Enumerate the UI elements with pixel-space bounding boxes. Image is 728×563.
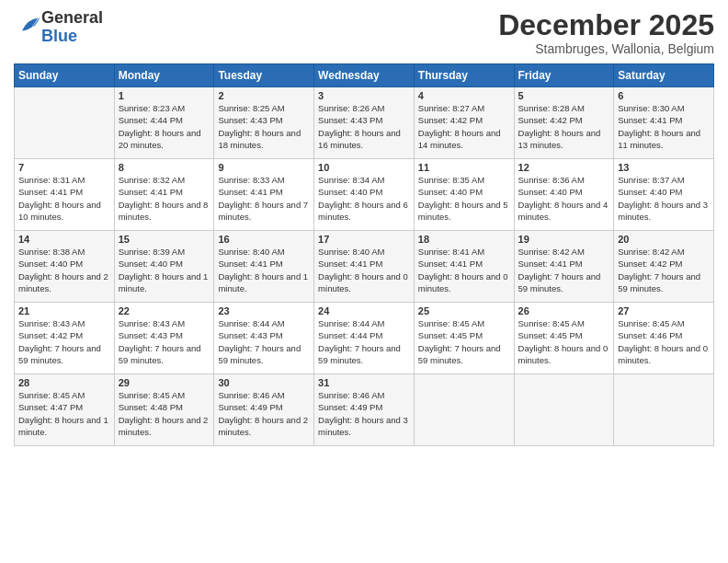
daylight: Daylight: 8 hours and 4 minutes. xyxy=(518,200,609,222)
week-row-1: 7Sunrise: 8:31 AMSunset: 4:41 PMDaylight… xyxy=(15,159,714,231)
day-info: Sunrise: 8:46 AMSunset: 4:49 PMDaylight:… xyxy=(218,389,310,438)
day-number: 24 xyxy=(318,305,410,316)
day-number: 21 xyxy=(18,305,110,316)
day-info: Sunrise: 8:43 AMSunset: 4:42 PMDaylight:… xyxy=(18,317,110,366)
day-number: 28 xyxy=(18,377,110,388)
sunrise: Sunrise: 8:39 AM xyxy=(119,247,185,257)
day-number: 3 xyxy=(318,90,410,101)
sunrise: Sunrise: 8:31 AM xyxy=(18,175,85,185)
calendar-cell: 11Sunrise: 8:35 AMSunset: 4:40 PMDayligh… xyxy=(414,159,514,231)
day-info: Sunrise: 8:45 AMSunset: 4:45 PMDaylight:… xyxy=(518,317,610,366)
calendar-cell: 12Sunrise: 8:36 AMSunset: 4:40 PMDayligh… xyxy=(514,159,614,231)
sunset: Sunset: 4:44 PM xyxy=(119,115,183,125)
day-info: Sunrise: 8:45 AMSunset: 4:48 PMDaylight:… xyxy=(119,389,210,438)
day-info: Sunrise: 8:41 AMSunset: 4:41 PMDaylight:… xyxy=(418,246,510,294)
header-day-thursday: Thursday xyxy=(414,64,514,87)
sunrise: Sunrise: 8:38 AM xyxy=(18,247,85,257)
sunrise: Sunrise: 8:44 AM xyxy=(318,318,384,328)
sunset: Sunset: 4:41 PM xyxy=(518,259,583,269)
calendar-cell: 18Sunrise: 8:41 AMSunset: 4:41 PMDayligh… xyxy=(414,231,514,303)
calendar-cell: 3Sunrise: 8:26 AMSunset: 4:43 PMDaylight… xyxy=(314,87,415,159)
daylight: Daylight: 7 hours and 59 minutes. xyxy=(218,343,301,365)
week-row-4: 28Sunrise: 8:45 AMSunset: 4:47 PMDayligh… xyxy=(15,374,714,446)
daylight: Daylight: 8 hours and 7 minutes. xyxy=(218,200,308,222)
sunset: Sunset: 4:47 PM xyxy=(18,402,83,412)
logo-bird-icon xyxy=(16,13,41,39)
sunrise: Sunrise: 8:43 AM xyxy=(119,318,185,328)
day-number: 11 xyxy=(418,162,510,173)
sunset: Sunset: 4:42 PM xyxy=(18,330,83,340)
sunrise: Sunrise: 8:40 AM xyxy=(318,247,384,257)
day-number: 30 xyxy=(218,377,310,388)
daylight: Daylight: 8 hours and 8 minutes. xyxy=(119,200,209,222)
calendar-cell: 8Sunrise: 8:32 AMSunset: 4:41 PMDaylight… xyxy=(114,159,214,231)
daylight: Daylight: 8 hours and 10 minutes. xyxy=(18,200,101,222)
day-info: Sunrise: 8:26 AMSunset: 4:43 PMDaylight:… xyxy=(318,102,410,151)
header-day-monday: Monday xyxy=(114,64,214,87)
day-info: Sunrise: 8:42 AMSunset: 4:41 PMDaylight:… xyxy=(518,246,610,294)
sunset: Sunset: 4:43 PM xyxy=(218,115,282,125)
day-info: Sunrise: 8:25 AMSunset: 4:43 PMDaylight:… xyxy=(218,102,310,151)
header-row: SundayMondayTuesdayWednesdayThursdayFrid… xyxy=(15,64,714,87)
sunset: Sunset: 4:49 PM xyxy=(318,402,382,412)
day-number: 27 xyxy=(618,305,710,316)
day-info: Sunrise: 8:31 AMSunset: 4:41 PMDaylight:… xyxy=(18,174,110,223)
day-info: Sunrise: 8:27 AMSunset: 4:42 PMDaylight:… xyxy=(418,102,510,151)
calendar-cell: 28Sunrise: 8:45 AMSunset: 4:47 PMDayligh… xyxy=(15,374,115,446)
sunrise: Sunrise: 8:45 AM xyxy=(618,318,684,328)
day-info: Sunrise: 8:40 AMSunset: 4:41 PMDaylight:… xyxy=(318,246,410,294)
daylight: Daylight: 7 hours and 59 minutes. xyxy=(418,343,501,365)
sunset: Sunset: 4:45 PM xyxy=(518,330,583,340)
day-number: 20 xyxy=(618,234,710,245)
sunset: Sunset: 4:48 PM xyxy=(119,402,183,412)
day-info: Sunrise: 8:39 AMSunset: 4:40 PMDaylight:… xyxy=(119,246,210,294)
month-title: December 2025 xyxy=(498,9,714,41)
daylight: Daylight: 8 hours and 0 minutes. xyxy=(318,271,408,293)
daylight: Daylight: 8 hours and 18 minutes. xyxy=(218,128,301,150)
sunset: Sunset: 4:40 PM xyxy=(18,259,83,269)
calendar-cell: 22Sunrise: 8:43 AMSunset: 4:43 PMDayligh… xyxy=(114,303,214,374)
day-number: 14 xyxy=(18,234,110,245)
day-number: 31 xyxy=(318,377,410,388)
daylight: Daylight: 8 hours and 2 minutes. xyxy=(119,415,209,437)
header-day-tuesday: Tuesday xyxy=(214,64,314,87)
day-number: 1 xyxy=(119,90,210,101)
sunrise: Sunrise: 8:34 AM xyxy=(318,175,384,185)
day-number: 23 xyxy=(218,305,310,316)
logo: General Blue xyxy=(14,9,103,46)
sunrise: Sunrise: 8:28 AM xyxy=(518,103,585,113)
sunrise: Sunrise: 8:46 AM xyxy=(218,390,284,400)
day-number: 5 xyxy=(518,90,610,101)
sunset: Sunset: 4:40 PM xyxy=(119,259,183,269)
sunset: Sunset: 4:41 PM xyxy=(18,187,83,197)
sunrise: Sunrise: 8:45 AM xyxy=(418,318,484,328)
sunset: Sunset: 4:42 PM xyxy=(618,259,682,269)
week-row-0: 1Sunrise: 8:23 AMSunset: 4:44 PMDaylight… xyxy=(15,87,714,159)
page-container: General Blue December 2025 Stambruges, W… xyxy=(0,0,728,455)
sunrise: Sunrise: 8:46 AM xyxy=(318,390,384,400)
day-info: Sunrise: 8:44 AMSunset: 4:43 PMDaylight:… xyxy=(218,317,310,366)
header-day-wednesday: Wednesday xyxy=(314,64,415,87)
day-number: 7 xyxy=(18,162,110,173)
location: Stambruges, Wallonia, Belgium xyxy=(498,41,714,56)
day-info: Sunrise: 8:34 AMSunset: 4:40 PMDaylight:… xyxy=(318,174,410,223)
header-day-saturday: Saturday xyxy=(614,64,714,87)
sunset: Sunset: 4:44 PM xyxy=(318,330,382,340)
sunset: Sunset: 4:41 PM xyxy=(618,115,682,125)
calendar-cell: 31Sunrise: 8:46 AMSunset: 4:49 PMDayligh… xyxy=(314,374,415,446)
daylight: Daylight: 8 hours and 0 minutes. xyxy=(418,271,508,293)
day-number: 9 xyxy=(218,162,310,173)
daylight: Daylight: 8 hours and 1 minute. xyxy=(119,271,209,293)
day-info: Sunrise: 8:32 AMSunset: 4:41 PMDaylight:… xyxy=(119,174,210,223)
calendar-cell: 16Sunrise: 8:40 AMSunset: 4:41 PMDayligh… xyxy=(214,231,314,303)
daylight: Daylight: 8 hours and 3 minutes. xyxy=(318,415,408,437)
sunset: Sunset: 4:41 PM xyxy=(418,259,483,269)
day-info: Sunrise: 8:45 AMSunset: 4:47 PMDaylight:… xyxy=(18,389,110,438)
sunset: Sunset: 4:42 PM xyxy=(518,115,583,125)
sunset: Sunset: 4:41 PM xyxy=(218,259,282,269)
daylight: Daylight: 8 hours and 1 minute. xyxy=(218,271,308,293)
calendar-cell: 5Sunrise: 8:28 AMSunset: 4:42 PMDaylight… xyxy=(514,87,614,159)
calendar-cell: 9Sunrise: 8:33 AMSunset: 4:41 PMDaylight… xyxy=(214,159,314,231)
daylight: Daylight: 7 hours and 59 minutes. xyxy=(518,271,601,293)
calendar-cell: 29Sunrise: 8:45 AMSunset: 4:48 PMDayligh… xyxy=(114,374,214,446)
